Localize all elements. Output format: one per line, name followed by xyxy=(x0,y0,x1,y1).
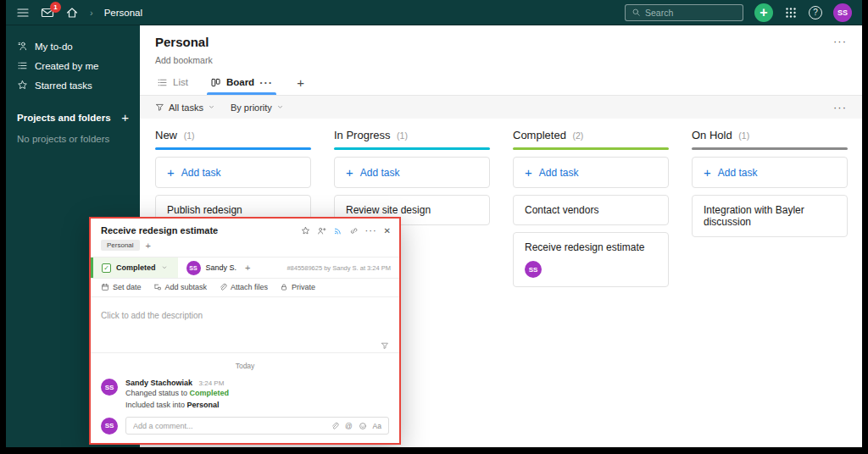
comment-input[interactable] xyxy=(133,422,325,430)
activity-line: Included task into Personal xyxy=(125,399,251,410)
top-bar: 1 › Personal + ? SS xyxy=(6,0,862,25)
sidebar-item-starred-tasks[interactable]: Starred tasks xyxy=(6,75,140,95)
add-assignee-button[interactable]: + xyxy=(245,263,250,273)
create-new-button[interactable]: + xyxy=(754,3,773,22)
column-color-bar xyxy=(334,147,490,150)
status-change-value: Completed xyxy=(190,389,230,397)
assignee-avatar: SS xyxy=(525,261,542,278)
status-label: Completed xyxy=(116,263,156,272)
sidebar-item-label: Created by me xyxy=(35,61,98,71)
text-format-icon[interactable]: Aa xyxy=(373,422,381,430)
plus-icon: + xyxy=(525,166,532,179)
search-icon xyxy=(632,8,641,17)
breadcrumb[interactable]: Personal xyxy=(104,8,142,18)
list-icon xyxy=(17,60,28,71)
task-header: Receive redesign estimate ··· ✕ xyxy=(91,219,399,238)
activity-day-divider: Today xyxy=(101,362,389,370)
task-filter-dropdown[interactable]: All tasks xyxy=(155,102,215,113)
grouping-dropdown[interactable]: By priority xyxy=(231,102,284,113)
tab-list[interactable]: List xyxy=(155,69,190,95)
calendar-icon xyxy=(101,283,109,291)
column-count: (2) xyxy=(573,130,584,141)
apps-grid-icon[interactable] xyxy=(784,6,798,19)
inbox-badge: 1 xyxy=(50,2,61,13)
column-name: On Hold xyxy=(692,129,732,141)
activity-stream: Today SS Sandy Stachowiak 3:24 PM Change… xyxy=(91,353,399,410)
search-input[interactable] xyxy=(645,8,730,18)
sidebar-item-label: Starred tasks xyxy=(35,80,92,91)
page-header: Personal Add bookmark ··· xyxy=(140,25,862,69)
emoji-icon[interactable] xyxy=(359,422,367,430)
description-placeholder[interactable]: Click to add the description xyxy=(91,297,399,341)
projects-empty-state: No projects or folders xyxy=(6,130,140,148)
column-count: (1) xyxy=(397,130,408,141)
completed-checkbox[interactable]: ✓ xyxy=(102,263,111,273)
chevron-down-icon xyxy=(161,264,168,271)
active-tab-underline xyxy=(207,92,276,95)
tab-board-options-button[interactable]: ··· xyxy=(259,77,273,88)
board-view-icon xyxy=(210,77,221,88)
task-card[interactable]: Contact vendors xyxy=(513,195,669,225)
add-task-button[interactable]: + Add task xyxy=(692,157,848,188)
tab-board[interactable]: Board ··· xyxy=(209,69,275,95)
activity-entry: SS Sandy Stachowiak 3:24 PM Changed stat… xyxy=(101,379,389,410)
column-name: New xyxy=(155,129,177,141)
activity-line: Changed status to Completed xyxy=(125,387,251,399)
search-box[interactable] xyxy=(625,4,743,21)
task-title[interactable]: Receive redesign estimate xyxy=(101,225,218,235)
attach-files-button[interactable]: Attach files xyxy=(219,283,268,291)
hamburger-menu-icon[interactable] xyxy=(16,6,30,19)
permalink-icon[interactable] xyxy=(349,226,359,235)
task-card[interactable]: Integration with Bayler discussion xyxy=(692,195,848,237)
board-more-button[interactable]: ··· xyxy=(833,102,847,113)
task-more-button[interactable]: ··· xyxy=(365,226,377,235)
status-dropdown[interactable]: ✓ Completed xyxy=(93,257,178,278)
add-project-button[interactable]: + xyxy=(121,110,129,125)
chevron-down-icon xyxy=(276,103,284,111)
help-button[interactable]: ? xyxy=(809,6,822,19)
column-name: In Progress xyxy=(334,129,390,141)
plus-icon: + xyxy=(704,166,711,179)
add-tag-button[interactable]: + xyxy=(146,241,151,251)
project-tag-chip[interactable]: Personal xyxy=(101,240,140,251)
page-more-button[interactable]: ··· xyxy=(833,36,847,47)
private-button[interactable]: Private xyxy=(280,283,315,291)
activity-funnel-icon[interactable] xyxy=(381,341,389,350)
column-count: (1) xyxy=(738,130,749,141)
set-date-button[interactable]: Set date xyxy=(101,283,142,291)
comment-time: 3:24 PM xyxy=(199,379,225,387)
assignee-name[interactable]: Sandy S. xyxy=(206,263,237,272)
page-title: Personal xyxy=(155,35,849,49)
comment-author: Sandy Stachowiak xyxy=(125,379,192,387)
board-column-completed: Completed (2) + Add task Contact vendors… xyxy=(513,127,669,287)
plus-icon: + xyxy=(346,166,353,179)
mention-icon[interactable]: @ xyxy=(345,422,353,430)
close-icon[interactable]: ✕ xyxy=(384,226,391,235)
comment-input-box[interactable]: @ Aa xyxy=(125,417,389,435)
add-task-button[interactable]: + Add task xyxy=(155,157,311,188)
column-color-bar xyxy=(513,147,669,150)
add-follower-icon[interactable] xyxy=(317,226,326,235)
add-view-button[interactable]: + xyxy=(297,69,304,95)
assignee-section: SS Sandy S. + xyxy=(178,257,259,278)
assignee-avatar[interactable]: SS xyxy=(186,261,201,275)
add-task-button[interactable]: + Add task xyxy=(334,157,490,188)
projects-and-folders-header: Projects and folders + xyxy=(6,105,140,130)
star-task-icon[interactable] xyxy=(301,226,310,235)
inbox-button[interactable]: 1 xyxy=(41,6,54,19)
add-task-button[interactable]: + Add task xyxy=(513,157,669,188)
add-subtask-button[interactable]: Add subtask xyxy=(153,283,208,291)
list-view-icon xyxy=(157,77,168,88)
plus-icon: + xyxy=(167,166,175,179)
lock-icon xyxy=(280,283,288,291)
user-avatar[interactable]: SS xyxy=(833,3,852,22)
follow-feed-icon[interactable] xyxy=(333,226,342,235)
add-bookmark-link[interactable]: Add bookmark xyxy=(155,55,849,65)
sidebar-item-my-todo[interactable]: My to-do xyxy=(6,36,140,56)
task-card-selected[interactable]: Receive redesign estimate SS xyxy=(513,232,669,287)
sidebar-item-created-by-me[interactable]: Created by me xyxy=(6,56,140,75)
home-icon[interactable] xyxy=(65,6,79,19)
attach-comment-icon[interactable] xyxy=(331,422,339,430)
column-count: (1) xyxy=(184,130,195,141)
current-user-avatar: SS xyxy=(101,418,118,435)
